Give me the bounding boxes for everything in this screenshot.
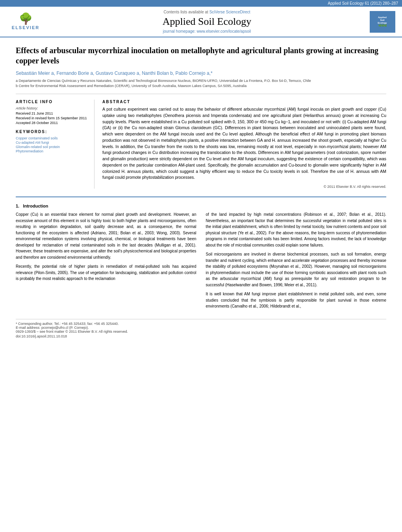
keywords-section: Keywords: Copper contaminated soils Cu-a… [16,130,89,153]
authors-text: Sebastián Meier a, Fernando Borie a, Gus… [16,70,213,76]
article-info-col: Article Info Article history: Received 2… [16,100,94,189]
affiliation-a: a Departamento de Ciencias Químicas y Re… [16,78,386,83]
keyword-2: Cu-adapted AM fungi [16,141,89,145]
keyword-3: Glomalin-related soil protein [16,145,89,149]
abstract-header: Abstract [102,100,386,104]
two-col-text: Copper (Cu) is an essential trace elemen… [16,211,386,313]
received-revised: Received in revised form 15 September 20… [16,116,89,120]
affiliation-b: b Centre for Environmental Risk Assessme… [16,83,386,89]
doi-line: doi:10.1016/j.apsoil.2011.10.018 [16,334,386,338]
para-2: Recently, the potential role of higher p… [16,263,196,282]
article-container: Effects of arbuscular mycorrhizal inocul… [0,37,402,346]
journal-center-info: Contents lists available at SciVerse Sci… [47,10,367,33]
article-body: Article Info Article history: Received 2… [16,94,386,189]
article-info-header: Article Info [16,100,89,104]
abstract-col: Abstract A pot culture experiment was ca… [102,100,386,189]
copyright-text: © 2011 Elsevier B.V. All rights reserved… [102,185,386,189]
journal-citation-bar: Applied Soil Ecology 61 (2012) 280–287 [0,0,402,7]
email-address: E-mail address: pcornejo@ufro.cl (P. Cor… [16,326,386,330]
issn-line: 0929-1393/$ – see front matter © 2011 El… [16,330,386,334]
elsevier-tree-icon: 🌳 [19,13,33,24]
para-1: Copper (Cu) is an essential trace elemen… [16,211,196,260]
text-col-left: Copper (Cu) is an essential trace elemen… [16,211,196,313]
keywords-header: Keywords: [16,130,89,134]
accepted-date: Accepted 28 October 2011 [16,121,89,125]
affiliations: a Departamento de Ciencias Químicas y Re… [16,78,386,88]
abstract-text: A pot culture experiment was carried out… [102,106,386,181]
journal-logo-right: AppliedSoilEcology🌿🌿🌿 [367,11,398,33]
para-5: It is well known that AM fungi improve p… [206,291,387,310]
article-title: Effects of arbuscular mycorrhizal inocul… [16,45,386,66]
journal-url: journal homepage: www.elsevier.com/locat… [51,29,363,33]
received-date: Received 21 June 2011 [16,111,89,115]
journal-title: Applied Soil Ecology [51,16,363,28]
para-4: Soil microorganisms are involved in dive… [206,251,387,288]
section1-title: 1. Introduction [16,204,386,208]
para-3: of the land impacted by high metal conce… [206,211,387,248]
keyword-1: Copper contaminated soils [16,136,89,140]
footnote-section: * Corresponding author. Tel.: +56 45 325… [16,319,386,338]
corresponding-author: * Corresponding author. Tel.: +56 45 325… [16,322,386,326]
history-label: Article history: [16,106,89,110]
keyword-4: Phytoremediation [16,149,89,153]
authors-line: Sebastián Meier a, Fernando Borie a, Gus… [16,70,386,76]
journal-logo-box: AppliedSoilEcology🌿🌿🌿 [370,11,395,33]
text-col-right: of the land impacted by high metal conce… [206,211,387,313]
journal-citation-text: Applied Soil Ecology 61 (2012) 280–287 [328,1,398,6]
elsevier-logo: 🌳 ELSEVIER [4,13,47,30]
elsevier-label: ELSEVIER [12,25,39,30]
journal-header: 🌳 ELSEVIER Contents lists available at S… [0,7,402,37]
sciverse-link[interactable]: SciVerse ScienceDirect [209,10,250,14]
main-content: 1. Introduction Copper (Cu) is an essent… [16,196,386,338]
sciverse-availability: Contents lists available at SciVerse Sci… [51,10,363,14]
